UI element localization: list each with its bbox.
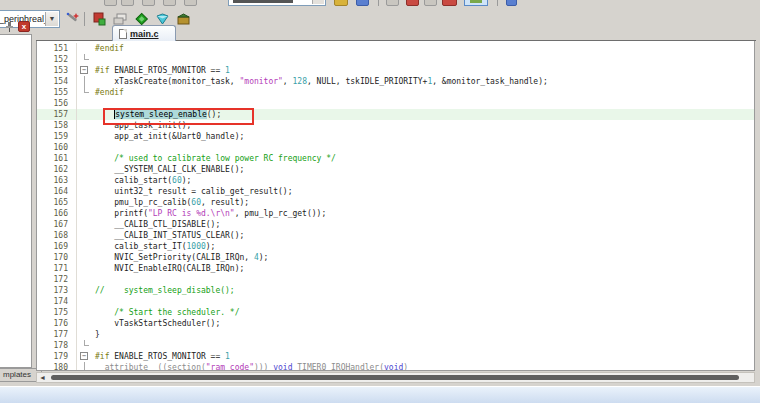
code-line[interactable]: 162 __SYSTEM_CALI_CLK_ENABLE(); [37, 164, 754, 175]
close-icon[interactable]: x [18, 21, 30, 32]
line-number: 167 [37, 219, 77, 230]
code-segment: __CALIB_CTL_DISABLE(); [95, 220, 220, 229]
line-number: 168 [37, 230, 77, 241]
code-text: // system_sleep_disable(); [95, 285, 754, 296]
fold-margin [77, 208, 95, 219]
fold-margin [77, 164, 95, 175]
toolbar-row-clipped [0, 0, 760, 8]
bookmark-icon[interactable] [184, 0, 197, 6]
code-text [95, 54, 754, 65]
line-number: 165 [37, 197, 77, 208]
code-line[interactable]: 170 NVIC_SetPriority(CALIB_IRQn, 4); [37, 252, 754, 263]
fold-margin [77, 285, 95, 296]
status-bar [0, 386, 760, 403]
code-line[interactable]: 164 uint32_t result = calib_get_result()… [37, 186, 754, 197]
code-line[interactable]: 151#endif [37, 43, 754, 54]
code-editor[interactable]: 151#endif152153−#if ENABLE_RTOS_MONITOR … [36, 41, 755, 371]
code-text: #endif [95, 87, 754, 98]
code-line[interactable]: 178 [37, 340, 754, 351]
code-segment: printf( [95, 209, 148, 218]
outdent-icon[interactable] [121, 0, 134, 6]
folder-icon[interactable] [334, 0, 348, 6]
code-segment: , NULL, tskIDLE_PRIORITY+ [307, 77, 427, 86]
code-segment: __SYSTEM_CALI_CLK_ENABLE(); [95, 165, 244, 174]
active-tool-toggle[interactable] [464, 0, 488, 6]
code-line[interactable]: 169 calib_start_IT(1000); [37, 241, 754, 252]
code-segment: , result); [201, 198, 249, 207]
fold-end [84, 340, 89, 346]
code-line[interactable]: 176 vTaskStartScheduler(); [37, 318, 754, 329]
code-line[interactable]: 168 __CALIB_INT_STATUS_CLEAR(); [37, 230, 754, 241]
fold-margin: − [77, 351, 95, 362]
code-segment: /* used to calibrate low power RC freque… [95, 154, 336, 163]
toolbar-separator [378, 0, 379, 6]
scrollbar-thumb[interactable] [51, 375, 739, 380]
fold-collapse-icon[interactable]: − [80, 66, 88, 74]
code-line[interactable]: 163 calib_start(60); [37, 175, 754, 186]
code-segment: , pmu_lp_rc_get()); [235, 209, 327, 218]
breakpoint-icon[interactable] [406, 0, 419, 6]
fold-margin [77, 98, 95, 109]
code-line[interactable]: 159 app_at_init(&Uart0_handle); [37, 131, 754, 142]
code-line[interactable]: 175 /* Start the scheduler. */ [37, 307, 754, 318]
code-line[interactable]: 173// system_sleep_disable(); [37, 285, 754, 296]
project-panel[interactable] [0, 34, 32, 368]
fold-collapse-icon[interactable]: − [80, 352, 88, 360]
code-line[interactable]: 166 printf("LP RC is %d.\r\n", pmu_lp_rc… [37, 208, 754, 219]
line-number: 153 [37, 65, 77, 76]
chevron-down-icon[interactable] [312, 0, 324, 4]
code-line[interactable]: 174 [37, 296, 754, 307]
search-icon[interactable] [386, 0, 399, 6]
horizontal-scrollbar[interactable]: ◄ [36, 372, 755, 383]
line-number: 179 [37, 351, 77, 362]
code-line[interactable]: 154 xTaskCreate(monitor_task, "monitor",… [37, 76, 754, 87]
code-segment: ); [182, 176, 192, 185]
line-number: 156 [37, 98, 77, 109]
line-number: 174 [37, 296, 77, 307]
fold-margin [77, 219, 95, 230]
code-text [95, 142, 754, 153]
code-line[interactable]: 161 /* used to calibrate low power RC fr… [37, 153, 754, 164]
comment-icon[interactable] [142, 0, 155, 6]
code-line[interactable]: 180__attribute__((section("ram_code"))) … [37, 362, 754, 371]
fold-end [84, 54, 89, 60]
code-line[interactable]: 177} [37, 329, 754, 340]
code-line[interactable]: 165 pmu_lp_rc_calib(60, result); [37, 197, 754, 208]
code-line[interactable]: 172 [37, 274, 754, 285]
code-segment: ))) [254, 363, 273, 371]
code-line[interactable]: 179−#if ENABLE_RTOS_MONITOR == 1 [37, 351, 754, 362]
fold-margin [77, 241, 95, 252]
find-next-icon[interactable] [356, 0, 369, 6]
code-segment: 1 [225, 352, 230, 361]
kill-breakpoints-icon[interactable] [442, 0, 457, 6]
pin-icon[interactable] [4, 21, 15, 32]
uncomment-icon[interactable] [163, 0, 176, 6]
debug-icon[interactable] [506, 0, 517, 6]
search-combobox[interactable] [228, 0, 326, 6]
code-segment: NVIC_EnableIRQ(CALIB_IRQn); [95, 264, 244, 273]
code-text: printf("LP RC is %d.\r\n", pmu_lp_rc_get… [95, 208, 754, 219]
code-line[interactable]: 153−#if ENABLE_RTOS_MONITOR == 1 [37, 65, 754, 76]
code-line[interactable]: 155#endif [37, 87, 754, 98]
code-segment: calib_start_IT( [95, 242, 187, 251]
code-segment: } [95, 330, 100, 339]
fold-margin [77, 252, 95, 263]
code-line[interactable]: 160 [37, 142, 754, 153]
line-number: 180 [37, 362, 77, 371]
code-segment: void [273, 363, 292, 371]
code-text: __CALIB_INT_STATUS_CLEAR(); [95, 230, 754, 241]
fold-margin [77, 329, 95, 340]
fold-margin [77, 274, 95, 285]
code-text: #endif [95, 43, 754, 54]
indent-icon[interactable] [104, 0, 117, 6]
code-line[interactable]: 167 __CALIB_CTL_DISABLE(); [37, 219, 754, 230]
code-segment: "LP RC is %d.\r\n" [148, 209, 235, 218]
scroll-left-arrow[interactable]: ◄ [37, 373, 48, 382]
tab-main-c[interactable]: main.c [112, 25, 176, 41]
line-number: 164 [37, 186, 77, 197]
code-line[interactable]: 171 NVIC_EnableIRQ(CALIB_IRQn); [37, 263, 754, 274]
disable-breakpoint-icon[interactable] [424, 0, 437, 6]
code-segment: pmu_lp_rc_calib( [95, 198, 191, 207]
code-line[interactable]: 152 [37, 54, 754, 65]
code-text: NVIC_SetPriority(CALIB_IRQn, 4); [95, 252, 754, 263]
